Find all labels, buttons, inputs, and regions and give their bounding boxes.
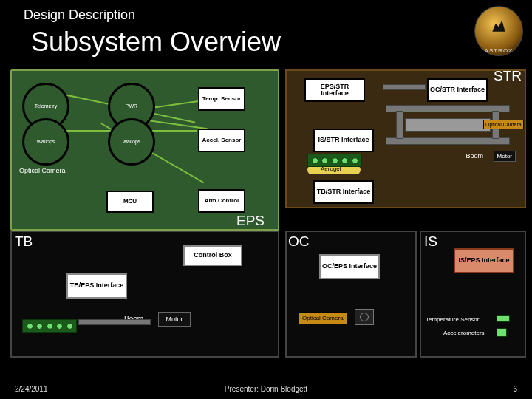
footer-presenter: Presenter: Dorin Blodgett	[0, 385, 532, 393]
rail	[383, 84, 426, 90]
tb-label: TB	[15, 233, 33, 250]
optical-camera-tag: Optical Camera	[483, 120, 524, 129]
brand-text: ASTROX	[485, 47, 514, 54]
tb-eps-interface-box: TB/EPS Interface	[66, 273, 127, 299]
rail	[396, 111, 403, 139]
control-box: Control Box	[183, 245, 242, 266]
page-title: Subsystem Overview	[31, 27, 281, 58]
oc-str-interface-box: OC/STR Interface	[427, 78, 488, 102]
eps-label: EPS	[236, 213, 265, 229]
oc-label: OC	[288, 233, 310, 250]
is-str-interface-box: IS/STR Interface	[313, 129, 374, 152]
wallops-left-node: Wallops	[22, 118, 69, 166]
optical-camera-tag-oc: Optical Camera	[299, 312, 347, 324]
wallops-right-node: Wallops	[108, 118, 155, 166]
accel-label: Accelerometers	[443, 330, 485, 336]
rail	[386, 105, 510, 112]
temp-sensor-box: Temp. Sensor	[198, 87, 245, 111]
rail	[405, 118, 491, 132]
mcu-box: MCU	[106, 191, 154, 213]
rail	[78, 319, 151, 325]
footer-page-number: 6	[513, 385, 517, 393]
accel-sensor-box: Accel. Sensor	[198, 129, 245, 152]
camera-icon	[355, 309, 374, 325]
temp-sensor-icon	[497, 315, 510, 322]
is-eps-interface-box: IS/EPS Interface	[454, 248, 514, 273]
str-panel: EPS/STR Interface OC/STR Interface IS/ST…	[285, 69, 526, 208]
pcb-icon	[307, 154, 362, 167]
astrox-logo: ASTROX	[474, 6, 523, 56]
str-label: STR	[494, 68, 522, 84]
is-label: IS	[424, 233, 437, 250]
design-description-heading: Design Description	[24, 7, 135, 23]
motor-box-tb: Motor	[158, 312, 191, 327]
oc-eps-interface-box: OC/EPS Interface	[319, 254, 380, 279]
eps-str-interface-box: EPS/STR Interface	[304, 78, 365, 102]
boom-label: Boom	[466, 152, 483, 160]
tb-str-interface-box: TB/STR Interface	[313, 180, 374, 204]
arm-control-box: Arm Control	[198, 189, 245, 213]
accel-icon	[497, 328, 507, 337]
rail	[386, 137, 510, 145]
pcb-icon	[22, 319, 77, 332]
temp-sensor-label: Temperature Sensor	[426, 316, 479, 323]
wolf-icon	[489, 16, 508, 35]
eps-panel: Telemetry PWR Wallops Wallops Temp. Sens…	[10, 69, 279, 231]
motor-tag: Motor	[494, 151, 516, 162]
optical-camera-label: Optical Camera	[19, 167, 66, 174]
